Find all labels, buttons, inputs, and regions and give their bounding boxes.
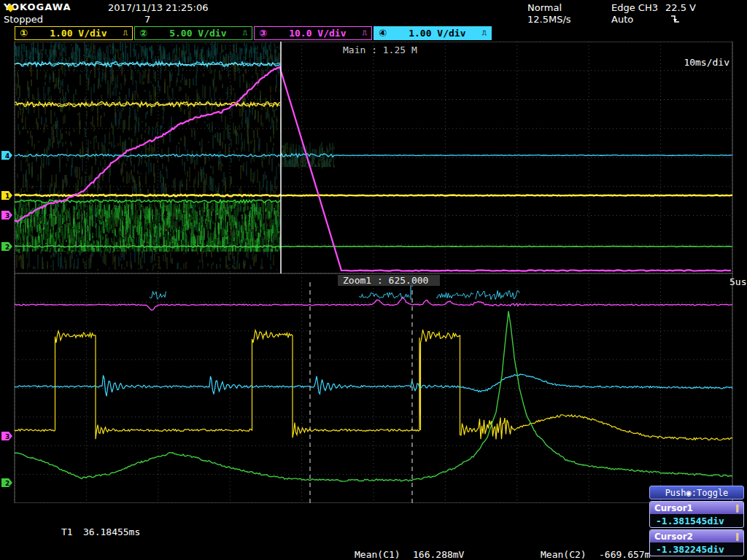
cursor2-value: -1.382245div (650, 542, 743, 556)
main-timebase: 10ms/div (684, 57, 729, 68)
cursor1-value: -1.381545div (650, 514, 743, 528)
brand-diamond-icon: ◆ (7, 1, 15, 13)
cursor-marker-icon: ‖ (735, 532, 739, 540)
channel-badge-2[interactable]: ② 5.00 V/div ⎍ (134, 26, 252, 40)
oscilloscope-screen: YOKOGAWA◆ Stopped 2017/11/13 21:25:06 7 … (0, 0, 747, 560)
svg-text:1: 1 (5, 192, 9, 200)
channel-4-number: ④ (379, 28, 387, 39)
acquisition-status: Stopped (4, 14, 43, 25)
svg-text:4: 4 (5, 152, 9, 160)
zoom-waveform-plot: 32 Zoom1 : 625.000 5us/div (0, 273, 747, 503)
channel-1-coupling-icon: ⎍ (123, 29, 128, 37)
channel-badge-3[interactable]: ③ 10.0 V/div ⎍ (254, 26, 372, 40)
ch4-zoom-fuzz (150, 292, 166, 300)
channel-2-scale: 5.00 V/div (153, 28, 243, 39)
channel-4-coupling-icon: ⎍ (482, 29, 487, 37)
ch4-zoom-fuzz (476, 291, 519, 300)
main-waveforms-layer: 4132 (1, 42, 732, 273)
channel-2-number: ② (139, 28, 147, 39)
ch2-main-band (17, 201, 279, 253)
cursor1-label-row: Cursor1 ‖ (650, 502, 743, 514)
zoom-timebase: 5us/div (729, 276, 747, 287)
cursor-measurements: T136.18455ms T236.17755ms V10.02 V V2-0.… (61, 503, 140, 560)
trigger-mode: Normal (527, 2, 562, 13)
measurement-row: Mean(C1)166.288mV (355, 549, 464, 560)
ch3-zoom-trace (15, 298, 732, 311)
channel-1-number: ① (20, 28, 28, 39)
svg-text:2: 2 (5, 480, 9, 487)
cursor1-panel[interactable]: Cursor1 ‖ -1.381545div (649, 501, 744, 528)
trigger-sweep: Auto (611, 14, 633, 25)
ch4-zoom-fuzz (359, 292, 409, 298)
trigger-source: Edge CH3 (611, 2, 658, 13)
channel-4-scale: 1.00 V/div (392, 28, 482, 39)
svg-text:2: 2 (5, 244, 9, 251)
channel-3-coupling-icon: ⎍ (363, 29, 367, 37)
ch4-zoom-trace (15, 374, 732, 396)
channel-bar: ① 1.00 V/div ⎍ ② 5.00 V/div ⎍ ③ 10.0 V/d… (15, 26, 492, 40)
channel-2-coupling-icon: ⎍ (243, 29, 247, 37)
acquisition-count: 7 (144, 14, 150, 25)
zoom-view-label: Zoom1 : 625.000 (343, 275, 428, 286)
cursor2-label: Cursor2 (654, 532, 693, 542)
mean-measurements-col2: Mean(C2)-669.657m Mean(C4)159.355m (541, 526, 650, 560)
trigger-level: 22.5 V (665, 2, 696, 13)
cursor2-label-row: Cursor2 ‖ (650, 530, 743, 542)
measurement-row: Mean(C2)-669.657m (541, 549, 650, 560)
svg-text:3: 3 (5, 212, 9, 219)
svg-text:3: 3 (5, 433, 9, 440)
cursor1-label: Cursor1 (654, 503, 693, 513)
channel-3-scale: 10.0 V/div (273, 28, 363, 39)
cursor2-panel[interactable]: Cursor2 ‖ -1.382245div (649, 529, 744, 556)
main-waveform-plot: 4132 Main : 1.25 M 10ms/div (0, 42, 747, 273)
sample-rate: 12.5MS/s (527, 14, 571, 25)
mean-measurements-col1: Mean(C1)166.288mV Mean(C3)17.3078 V (355, 526, 464, 560)
main-view-label: Main : 1.25 M (343, 44, 417, 55)
channel-badge-1[interactable]: ① 1.00 V/div ⎍ (15, 26, 133, 40)
cursor-marker-icon: ‖ (735, 504, 739, 512)
push-toggle-button[interactable]: Push◉:Toggle (649, 486, 744, 499)
measurement-row: T136.18455ms (61, 526, 140, 538)
channel-1-scale: 1.00 V/div (34, 28, 123, 39)
channel-badge-4[interactable]: ④ 1.00 V/div ⎍ (374, 26, 492, 40)
datetime: 2017/11/13 21:25:06 (108, 2, 208, 13)
channel-3-number: ③ (259, 28, 267, 39)
zoom-waveforms-layer: 32 (1, 273, 732, 503)
ch4-zoom-fuzz (436, 293, 473, 298)
